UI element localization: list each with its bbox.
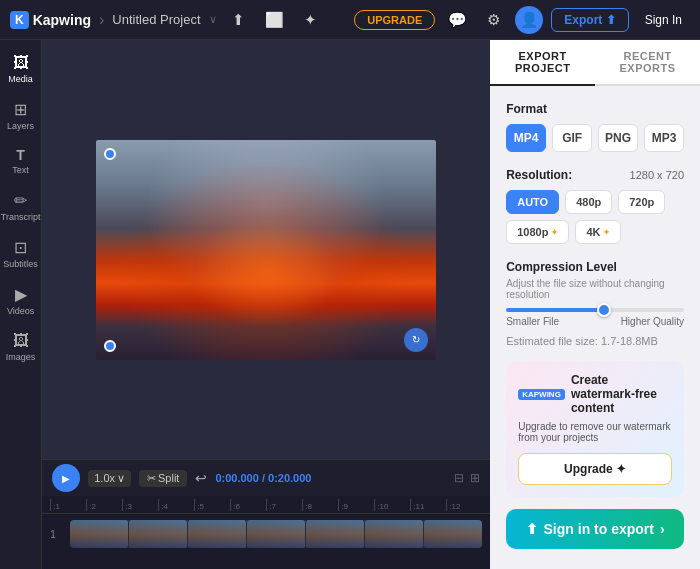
slider-fill	[506, 308, 604, 312]
speed-value: 1.0x	[94, 472, 115, 484]
clip-5[interactable]	[306, 520, 364, 548]
format-row: MP4 GIF PNG MP3	[506, 124, 684, 152]
breadcrumb-sep: ›	[99, 11, 104, 29]
clip-1[interactable]	[70, 520, 128, 548]
sign-in-label: Sign in to export	[544, 521, 654, 537]
format-png[interactable]: PNG	[598, 124, 638, 152]
sidebar-label-text: Text	[12, 165, 29, 175]
magic-icon[interactable]: ✦	[297, 6, 325, 34]
export-button[interactable]: Export ⬆	[551, 8, 628, 32]
resolution-header: Resolution: 1280 x 720	[506, 168, 684, 182]
resolution-value: 1280 x 720	[630, 169, 684, 181]
volcano-overlay	[96, 140, 436, 360]
ruler-mark: :11	[410, 499, 446, 511]
track-clips[interactable]	[70, 520, 482, 548]
compression-slider[interactable]	[506, 308, 684, 312]
clip-7[interactable]	[424, 520, 482, 548]
format-gif[interactable]: GIF	[552, 124, 592, 152]
file-size-display: Estimated file size: 1.7-18.8MB	[506, 335, 684, 347]
upgrade-card-button[interactable]: Upgrade ✦	[518, 453, 672, 485]
sidebar-label-layers: Layers	[7, 121, 34, 131]
signin-button[interactable]: Sign In	[637, 9, 690, 31]
video-frame: ↻	[96, 140, 436, 360]
watermark-card: KAPWING Create watermark-free content Up…	[506, 361, 684, 497]
transcript-icon: ✏	[14, 191, 27, 210]
images-icon: 🖼	[13, 332, 29, 350]
sidebar-label-media: Media	[8, 74, 33, 84]
sidebar-item-videos[interactable]: ▶ Videos	[0, 279, 41, 322]
timeline-ruler: :1 :2 :3 :4 :5 :6 :7 :8 :9 :10 :11 :12	[42, 496, 490, 514]
breadcrumb-project[interactable]: Untitled Project	[112, 12, 200, 27]
res-auto[interactable]: AUTO	[506, 190, 559, 214]
tab-recent-exports[interactable]: RECENT EXPORTS	[595, 40, 700, 84]
upload-icon[interactable]: ⬆	[225, 6, 253, 34]
res-1080p[interactable]: 1080p ✦	[506, 220, 569, 244]
ruler-mark: :3	[122, 499, 158, 511]
settings-icon[interactable]: ⚙	[479, 6, 507, 34]
sidebar-item-layers[interactable]: ⊞ Layers	[0, 94, 41, 137]
clip-6[interactable]	[365, 520, 423, 548]
videos-icon: ▶	[15, 285, 27, 304]
format-mp4[interactable]: MP4	[506, 124, 546, 152]
timeline: ▶ 1.0x ∨ ✂ Split ↩ 0:00.000 / 0:20.000 ⊟…	[42, 459, 490, 569]
slider-label-left: Smaller File	[506, 316, 559, 327]
ruler-mark: :1	[50, 499, 86, 511]
sidebar-item-transcript[interactable]: ✏ Transcript	[0, 185, 41, 228]
upgrade-button[interactable]: UPGRADE	[354, 10, 435, 30]
ruler-mark: :2	[86, 499, 122, 511]
subtitles-icon: ⊡	[14, 238, 27, 257]
text-icon: T	[16, 147, 25, 163]
sign-in-arrow-icon: ›	[660, 521, 665, 537]
zoom-fit-icon[interactable]: ⊟	[454, 471, 464, 485]
clip-2[interactable]	[129, 520, 187, 548]
tab-export-project[interactable]: EXPORT PROJECT	[490, 40, 595, 86]
track-label: 1	[50, 529, 70, 540]
format-mp3[interactable]: MP3	[644, 124, 684, 152]
timeline-time-display: 0:00.000 / 0:20.000	[215, 472, 311, 484]
undo-icon[interactable]: ↩	[195, 470, 207, 486]
sidebar-label-images: Images	[6, 352, 36, 362]
resize-handle-bottomleft[interactable]	[104, 340, 116, 352]
track-row: 1	[50, 518, 482, 550]
res-badge-4k: ✦	[603, 228, 610, 237]
split-button[interactable]: ✂ Split	[139, 470, 187, 487]
kapwing-logo-badge: KAPWING	[518, 389, 565, 400]
monitor-icon[interactable]: ⬜	[261, 6, 289, 34]
sidebar-item-text[interactable]: T Text	[0, 141, 41, 181]
play-overlay-icon[interactable]: ↻	[404, 328, 428, 352]
res-480p[interactable]: 480p	[565, 190, 612, 214]
ruler-mark: :10	[374, 499, 410, 511]
res-4k[interactable]: 4K ✦	[575, 220, 621, 244]
chat-icon[interactable]: 💬	[443, 6, 471, 34]
user-avatar[interactable]: 👤	[515, 6, 543, 34]
clip-3[interactable]	[188, 520, 246, 548]
export-panel: EXPORT PROJECT RECENT EXPORTS Format MP4…	[490, 40, 700, 569]
sidebar-item-media[interactable]: 🖼 Media	[0, 48, 41, 90]
slider-thumb[interactable]	[597, 303, 611, 317]
watermark-desc: Upgrade to remove our watermark from you…	[518, 421, 672, 443]
canvas[interactable]: ↻	[42, 40, 490, 459]
ruler-mark: :6	[230, 499, 266, 511]
sidebar-item-images[interactable]: 🖼 Images	[0, 326, 41, 368]
sidebar: 🖼 Media ⊞ Layers T Text ✏ Transcript ⊡ S…	[0, 40, 42, 569]
split-label: Split	[158, 472, 179, 484]
zoom-out-icon[interactable]: ⊞	[470, 471, 480, 485]
resolution-label: Resolution:	[506, 168, 572, 182]
panel-content: Format MP4 GIF PNG MP3 Resolution: 1280 …	[490, 86, 700, 569]
ruler-mark: :12	[446, 499, 482, 511]
resize-handle-topleft[interactable]	[104, 148, 116, 160]
res-720p[interactable]: 720p	[618, 190, 665, 214]
split-icon: ✂	[147, 472, 156, 485]
res-badge-1080: ✦	[551, 228, 558, 237]
speed-selector[interactable]: 1.0x ∨	[88, 470, 131, 487]
sidebar-item-subtitles[interactable]: ⊡ Subtitles	[0, 232, 41, 275]
project-dropdown-icon[interactable]: ∨	[209, 13, 217, 26]
sign-in-export-button[interactable]: ⬆ Sign in to export ›	[506, 509, 684, 549]
watermark-title: Create watermark-free content	[571, 373, 672, 415]
clip-4[interactable]	[247, 520, 305, 548]
watermark-card-header: KAPWING Create watermark-free content	[518, 373, 672, 415]
resolution-row: AUTO 480p 720p 1080p ✦ 4K ✦	[506, 190, 684, 244]
play-button[interactable]: ▶	[52, 464, 80, 492]
compression-sublabel: Adjust the file size without changing re…	[506, 278, 684, 300]
timeline-controls: ▶ 1.0x ∨ ✂ Split ↩ 0:00.000 / 0:20.000 ⊟…	[42, 460, 490, 496]
